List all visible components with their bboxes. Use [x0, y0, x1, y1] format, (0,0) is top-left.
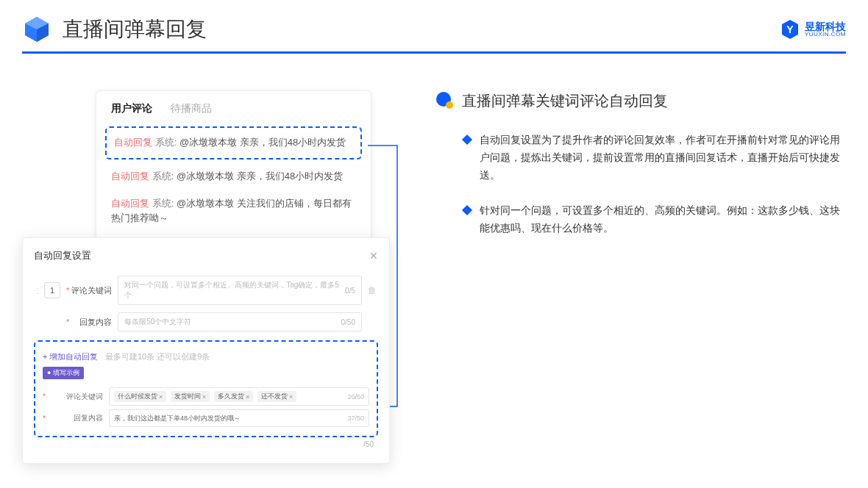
diamond-bullet-icon [462, 134, 472, 145]
chip-remove-icon: × [289, 393, 293, 401]
logo-badge-icon: Y [779, 18, 801, 40]
content-input[interactable]: 每条限50个中文字符 0/50 [118, 312, 362, 331]
sequence-number: 1 [44, 282, 60, 298]
left-column: 用户评论 待播商品 自动回复 系统: @冰墩墩本墩 亲亲，我们48小时内发货 自… [22, 90, 405, 256]
keyword-row: ⋮⋮ 1 * 评论关键词 对同一个问题，可设置多个相近、高频的关键词，Tag确定… [34, 276, 378, 305]
right-title-row: 直播间弹幕关键词评论自动回复 [434, 90, 846, 111]
brand-logo: Y 昱新科技 YUUXIN.COM [779, 18, 846, 40]
example-content-row: * 回复内容 亲，我们这边都是下单48小时内发货的哦～ 37/50 [43, 409, 369, 427]
auto-reply-tag: 自动回复 [111, 171, 149, 182]
right-column: 直播间弹幕关键词评论自动回复 自动回复设置为了提升作者的评论回复效率，作者可在开… [434, 90, 846, 256]
chip[interactable]: 发货时间× [171, 391, 210, 402]
add-auto-reply-link[interactable]: + 增加自动回复 [43, 352, 98, 361]
chip[interactable]: 什么时候发货× [114, 391, 166, 402]
bullet-item: 针对同一个问题，可设置多个相近的、高频的关键词。例如：这款多少钱、这块能优惠吗、… [434, 202, 846, 237]
comment-text: @冰墩墩本墩 亲亲，我们48小时内发货 [179, 137, 346, 148]
auto-reply-tag: 自动回复 [111, 198, 149, 209]
tab-user-comments[interactable]: 用户评论 [111, 102, 152, 115]
keyword-counter: 0/5 [345, 287, 355, 295]
content-counter: 0/50 [341, 318, 355, 326]
chip-remove-icon: × [159, 393, 163, 401]
cube-icon [22, 15, 51, 44]
comment-row: 自动回复 系统: @冰墩墩本墩 亲亲，我们48小时内发货 [96, 163, 371, 190]
system-label: 系统: [152, 171, 174, 182]
header: 直播间弹幕回复 Y 昱新科技 YUUXIN.COM [0, 0, 868, 51]
tabs: 用户评论 待播商品 [96, 91, 371, 123]
logo-sub-text: YUUXIN.COM [805, 32, 846, 37]
tab-pending-goods[interactable]: 待播商品 [171, 102, 212, 115]
ex-content-input[interactable]: 亲，我们这边都是下单48小时内发货的哦～ 37/50 [109, 409, 369, 427]
ex-content-counter: 37/50 [347, 415, 364, 422]
ex-keyword-input[interactable]: 什么时候发货× 发货时间× 多久发货× 还不发货× 20/50 [109, 387, 369, 406]
keyword-label: 评论关键词 [71, 285, 112, 296]
bullet-text: 针对同一个问题，可设置多个相近的、高频的关键词。例如：这款多少钱、这块能优惠吗、… [480, 202, 846, 237]
keyword-placeholder: 对同一个问题，可设置多个相近、高频的关键词，Tag确定，最多5个 [124, 280, 345, 301]
chip-remove-icon: × [202, 393, 206, 401]
diamond-bullet-icon [462, 205, 472, 215]
settings-modal: 自动回复设置 ✕ ⋮⋮ 1 * 评论关键词 对同一个问题，可设置多个相近、高频的… [22, 237, 390, 464]
settings-title: 自动回复设置 [34, 249, 91, 262]
required-star: * [66, 286, 69, 295]
chip[interactable]: 还不发货× [257, 391, 296, 402]
ex-content-text: 亲，我们这边都是下单48小时内发货的哦～ [114, 414, 241, 423]
bottom-counter: /50 [34, 440, 378, 448]
ex-keyword-counter: 20/50 [347, 393, 364, 401]
drag-handle-icon[interactable]: ⋮⋮ [34, 287, 41, 295]
ex-keyword-label: 评论关键词 [66, 392, 103, 402]
bullet-text: 自动回复设置为了提升作者的评论回复效率，作者可在开播前针对常见的评论用户问题，提… [480, 132, 846, 184]
close-icon[interactable]: ✕ [369, 250, 378, 262]
system-label: 系统: [152, 198, 174, 209]
content-row: * 回复内容 每条限50个中文字符 0/50 [34, 312, 378, 331]
logo-main-text: 昱新科技 [805, 21, 846, 32]
svg-point-5 [446, 101, 453, 109]
bubble-icon [434, 90, 455, 111]
ex-content-label: 回复内容 [66, 413, 103, 423]
comment-row-highlight: 自动回复 系统: @冰墩墩本墩 亲亲，我们48小时内发货 [105, 126, 362, 159]
delete-icon[interactable]: 🗑 [368, 285, 378, 295]
example-keyword-row: * 评论关键词 什么时候发货× 发货时间× 多久发货× 还不发货× 20/50 [43, 387, 369, 406]
required-star: * [43, 392, 46, 401]
content-label: 回复内容 [71, 317, 112, 328]
page-title: 直播间弹幕回复 [63, 15, 207, 43]
comments-card: 用户评论 待播商品 自动回复 系统: @冰墩墩本墩 亲亲，我们48小时内发货 自… [96, 90, 371, 240]
add-hint: 最多可建10条 还可以创建9条 [105, 352, 210, 361]
auto-reply-tag: 自动回复 [114, 137, 152, 148]
right-title: 直播间弹幕关键词评论自动回复 [462, 91, 668, 111]
bullet-item: 自动回复设置为了提升作者的评论回复效率，作者可在开播前针对常见的评论用户问题，提… [434, 132, 846, 184]
chip[interactable]: 多久发货× [214, 391, 253, 402]
content-placeholder: 每条限50个中文字符 [124, 317, 191, 327]
comment-row: 自动回复 系统: @冰墩墩本墩 关注我们的店铺，每日都有热门推荐呦～ [96, 190, 371, 233]
keyword-input[interactable]: 对同一个问题，可设置多个相近、高频的关键词，Tag确定，最多5个 0/5 [118, 276, 362, 305]
chip-remove-icon: × [246, 393, 249, 401]
system-label: 系统: [155, 137, 177, 148]
svg-text:Y: Y [786, 24, 794, 35]
required-star: * [66, 317, 69, 326]
example-badge: ● 填写示例 [43, 367, 84, 379]
example-block: + 增加自动回复 最多可建10条 还可以创建9条 ● 填写示例 * 评论关键词 … [34, 340, 378, 437]
comment-text: @冰墩墩本墩 亲亲，我们48小时内发货 [177, 171, 343, 182]
required-star: * [43, 415, 46, 423]
main-content: 用户评论 待播商品 自动回复 系统: @冰墩墩本墩 亲亲，我们48小时内发货 自… [0, 54, 868, 270]
